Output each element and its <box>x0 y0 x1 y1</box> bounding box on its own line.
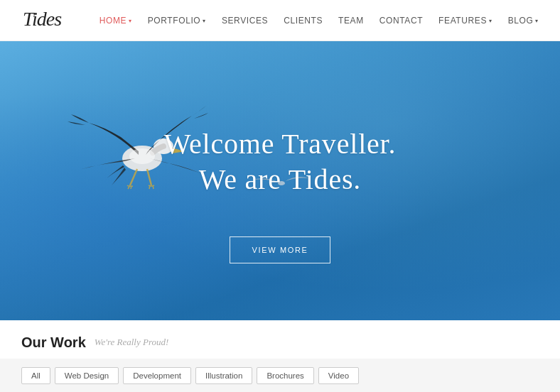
hero-text: Welcome Traveller. We are Tides. <box>164 126 397 197</box>
filter-web-design[interactable]: Web Design <box>55 367 119 384</box>
hero-section: Welcome Traveller. We are Tides. VIEW MO… <box>0 41 560 320</box>
svg-point-5 <box>129 148 155 164</box>
filter-video[interactable]: Video <box>318 367 359 384</box>
nav-portfolio[interactable]: PORTFOLIO ▾ <box>148 16 206 26</box>
chevron-down-icon: ▾ <box>489 18 492 24</box>
view-more-button[interactable]: VIEW MORE <box>230 236 330 263</box>
site-header: Tides HOME ▾ PORTFOLIO ▾ SERVICES CLIENT… <box>0 0 560 41</box>
hero-headline: Welcome Traveller. We are Tides. <box>164 126 397 197</box>
nav-blog[interactable]: BLOG ▾ <box>508 16 539 26</box>
nav-home[interactable]: HOME ▾ <box>99 16 132 26</box>
nav-clients[interactable]: CLIENTS <box>284 16 323 26</box>
site-logo[interactable]: Tides <box>21 4 85 36</box>
svg-line-3 <box>130 169 137 185</box>
nav-contact[interactable]: CONTACT <box>379 16 423 26</box>
nav-services[interactable]: SERVICES <box>222 16 268 26</box>
nav-features[interactable]: FEATURES ▾ <box>438 16 492 26</box>
our-work-title: Our Work <box>21 334 86 351</box>
filter-brochures[interactable]: Brochures <box>257 367 313 384</box>
svg-text:Tides: Tides <box>23 8 62 30</box>
filter-illustration[interactable]: Illustration <box>195 367 252 384</box>
our-work-section: Our Work We're Really Proud! <box>0 320 560 359</box>
chevron-down-icon: ▾ <box>203 18 206 24</box>
filter-section: All Web Design Development Illustration … <box>0 359 560 392</box>
main-nav: HOME ▾ PORTFOLIO ▾ SERVICES CLIENTS TEAM… <box>99 16 539 26</box>
chevron-down-icon: ▾ <box>129 18 132 24</box>
nav-team[interactable]: TEAM <box>338 16 364 26</box>
filter-all[interactable]: All <box>21 367 50 384</box>
our-work-subtitle: We're Really Proud! <box>95 337 169 348</box>
svg-line-4 <box>147 169 151 185</box>
chevron-down-icon: ▾ <box>535 18 539 24</box>
filter-development[interactable]: Development <box>123 367 191 384</box>
